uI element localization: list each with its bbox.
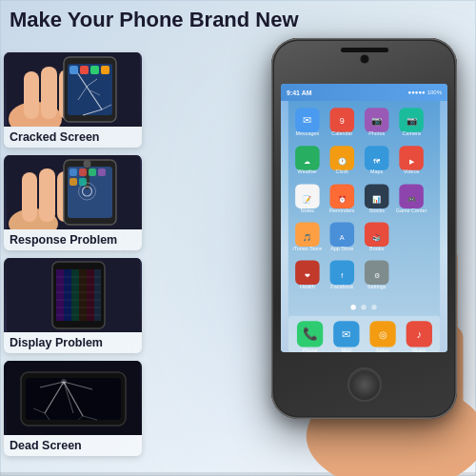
svg-text:iTunes Store: iTunes Store xyxy=(293,246,323,251)
thumbnail-list: Cracked Screen xyxy=(4,52,142,456)
svg-text:Weather: Weather xyxy=(298,169,318,174)
svg-rect-34 xyxy=(69,178,77,186)
main-iphone: 9:41 AM ●●●●● 100% xyxy=(271,38,457,419)
svg-text:✉: ✉ xyxy=(342,328,350,340)
svg-text:📷: 📷 xyxy=(407,115,418,127)
display-problem-svg xyxy=(7,258,140,332)
svg-point-127 xyxy=(361,305,366,309)
svg-rect-32 xyxy=(89,169,96,176)
svg-text:Settings: Settings xyxy=(367,284,387,289)
iphone-home-button[interactable] xyxy=(349,369,380,400)
svg-text:☁: ☁ xyxy=(304,157,310,166)
svg-text:Reminders: Reminders xyxy=(329,208,355,213)
ios-screen-content: ✉ Messages 9 Calendar 📷 Photos 📷 Camera … xyxy=(281,101,447,352)
svg-text:📚: 📚 xyxy=(372,233,382,242)
svg-rect-2 xyxy=(24,71,39,119)
svg-text:Phone: Phone xyxy=(303,347,318,352)
svg-text:Stocks: Stocks xyxy=(369,208,386,213)
svg-point-63 xyxy=(61,379,67,385)
cracked-screen-card[interactable]: Cracked Screen xyxy=(4,52,142,148)
svg-text:Notes: Notes xyxy=(301,208,315,213)
signal-indicator: ●●●●● xyxy=(408,89,426,95)
svg-text:Books: Books xyxy=(369,246,384,251)
svg-rect-3 xyxy=(41,67,57,119)
display-problem-label: Display Problem xyxy=(4,332,142,353)
iphone-speaker xyxy=(341,48,388,52)
svg-rect-35 xyxy=(79,178,87,186)
svg-text:Music: Music xyxy=(412,347,426,352)
svg-text:App Store: App Store xyxy=(330,246,353,251)
cracked-screen-thumbnail xyxy=(4,52,142,127)
svg-text:⏰: ⏰ xyxy=(338,195,347,204)
response-problem-label: Response Problem xyxy=(4,229,142,250)
svg-text:❤: ❤ xyxy=(305,271,310,280)
page-title: Make Your Phone Brand New xyxy=(10,8,466,32)
iphone-camera xyxy=(361,55,368,63)
svg-point-126 xyxy=(350,305,355,309)
ios-home-screen: ✉ Messages 9 Calendar 📷 Photos 📷 Camera … xyxy=(281,101,447,352)
svg-text:🕐: 🕐 xyxy=(338,157,347,166)
iphone-screen: 9:41 AM ●●●●● 100% xyxy=(281,84,447,352)
svg-point-128 xyxy=(371,305,376,309)
display-problem-card[interactable]: Display Problem xyxy=(4,258,142,353)
dead-screen-thumbnail xyxy=(4,361,142,435)
svg-rect-20 xyxy=(22,172,37,222)
svg-rect-16 xyxy=(90,66,99,74)
svg-text:Messages: Messages xyxy=(295,130,319,136)
battery-indicator: 100% xyxy=(427,89,442,95)
svg-text:✉: ✉ xyxy=(303,114,311,126)
svg-rect-14 xyxy=(69,66,78,74)
svg-text:🎮: 🎮 xyxy=(407,195,417,204)
svg-rect-31 xyxy=(79,169,87,176)
svg-rect-33 xyxy=(98,169,106,176)
svg-rect-30 xyxy=(69,169,77,176)
svg-point-27 xyxy=(83,160,90,168)
status-right: ●●●●● 100% xyxy=(408,89,442,95)
response-problem-thumbnail xyxy=(4,155,142,229)
cracked-screen-label: Cracked Screen xyxy=(4,127,142,148)
svg-text:🎵: 🎵 xyxy=(303,233,312,242)
svg-rect-17 xyxy=(101,66,109,74)
svg-text:Health: Health xyxy=(300,284,315,289)
svg-text:◎: ◎ xyxy=(379,329,387,340)
svg-text:🗺: 🗺 xyxy=(373,157,381,166)
svg-text:Videos: Videos xyxy=(404,169,420,174)
main-phone-area: 9:41 AM ●●●●● 100% xyxy=(162,29,476,476)
svg-text:Facebook: Facebook xyxy=(330,284,353,289)
dead-screen-label: Dead Screen xyxy=(4,435,142,456)
svg-rect-21 xyxy=(39,169,55,222)
dead-screen-svg xyxy=(7,361,140,435)
svg-text:⚙: ⚙ xyxy=(374,271,380,280)
svg-text:Maps: Maps xyxy=(370,169,384,174)
svg-text:9: 9 xyxy=(340,116,345,126)
svg-text:A: A xyxy=(340,233,345,242)
svg-text:♪: ♪ xyxy=(417,328,422,340)
svg-text:Game Center: Game Center xyxy=(396,208,427,213)
svg-text:📊: 📊 xyxy=(372,195,382,204)
status-bar: 9:41 AM ●●●●● 100% xyxy=(281,84,447,101)
header: Make Your Phone Brand New xyxy=(10,8,466,32)
status-time: 9:41 AM xyxy=(287,89,312,96)
svg-text:Photos: Photos xyxy=(368,130,385,136)
svg-text:📝: 📝 xyxy=(303,195,312,204)
display-problem-thumbnail xyxy=(4,258,142,332)
svg-text:Clock: Clock xyxy=(335,169,348,174)
dead-screen-card[interactable]: Dead Screen xyxy=(4,361,142,456)
svg-text:Calendar: Calendar xyxy=(331,130,352,136)
response-problem-svg xyxy=(7,155,140,229)
response-problem-card[interactable]: Response Problem xyxy=(4,155,142,250)
svg-text:Safari: Safari xyxy=(376,347,389,352)
svg-text:📷: 📷 xyxy=(371,115,383,127)
svg-text:📞: 📞 xyxy=(303,327,318,342)
svg-text:Camera: Camera xyxy=(402,130,421,136)
cracked-screen-svg xyxy=(7,52,140,127)
svg-rect-15 xyxy=(80,66,89,74)
svg-text:Mail: Mail xyxy=(342,347,351,352)
